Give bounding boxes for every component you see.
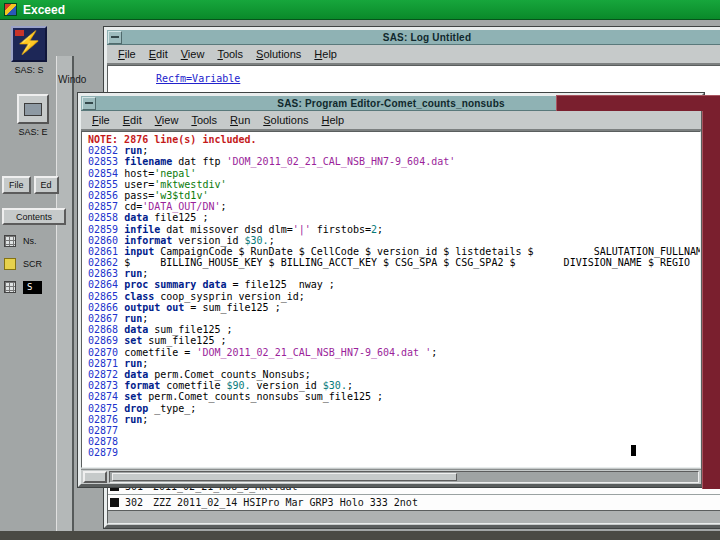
code-line: 02861 input CampaignCode $ RunDate $ Cel… xyxy=(88,246,700,257)
code-token: dat ftp xyxy=(172,156,226,167)
code-line: 02876 run; xyxy=(88,414,700,425)
background-window-edge[interactable] xyxy=(56,56,74,540)
code-token: run xyxy=(124,145,142,156)
background-maroon-window-edge[interactable] xyxy=(702,111,720,489)
editor-window-menu-icon[interactable] xyxy=(82,97,96,110)
left-panel-item[interactable]: Ns. xyxy=(4,234,42,248)
menu-file[interactable]: File xyxy=(118,48,136,60)
line-number: 02867 xyxy=(88,313,124,324)
menu-run[interactable]: Run xyxy=(230,114,250,126)
code-token: format xyxy=(124,380,160,391)
line-number: 02865 xyxy=(88,291,124,302)
code-line: 02879 xyxy=(88,447,700,458)
code-token: 'w3$td1v' xyxy=(154,190,208,201)
log-row: 302ZZZ 2011_02_14 HSIPro Mar GRP3 Holo 3… xyxy=(108,494,720,510)
left-panel-item[interactable]: S xyxy=(4,280,42,294)
menu-file[interactable]: File xyxy=(92,114,110,126)
menu-help[interactable]: Help xyxy=(314,48,337,60)
scrollbar-trough[interactable] xyxy=(109,471,699,483)
code-token: ; xyxy=(220,201,226,212)
exceed-titlebar[interactable]: Exceed xyxy=(0,0,720,20)
exceed-desktop: Windo ⚡ SAS: S SAS: E FileEd Contents Ns… xyxy=(0,20,720,540)
code-token: output out xyxy=(124,302,184,313)
code-token: run xyxy=(124,414,142,425)
code-token: set xyxy=(124,335,142,346)
sas-lightning-icon: ⚡ xyxy=(11,26,47,62)
line-number: 02875 xyxy=(88,403,124,414)
exceed-window: Exceed Windo ⚡ SAS: S SAS: E FileEd Cont… xyxy=(0,0,720,540)
code-token: 'nepal' xyxy=(154,168,196,179)
editor-code: NOTE: 2876 line(s) included.02852 run;02… xyxy=(82,132,700,458)
menu-view[interactable]: View xyxy=(181,48,205,60)
code-token: $ BILLING_HOUSE_KEY $ BILLING_ACCT_KEY $… xyxy=(124,257,690,268)
log-text: Recfm=Variable xyxy=(156,73,720,84)
menu-solutions[interactable]: Solutions xyxy=(256,48,301,60)
left-panel-button-file[interactable]: File xyxy=(2,176,31,194)
editor-code-area[interactable]: NOTE: 2876 line(s) included.02852 run;02… xyxy=(81,131,701,468)
code-line: 02871 run; xyxy=(88,358,700,369)
code-token: 'DOM_2011_02_21_CAL_NSB_HN7-9_604.dat' xyxy=(226,156,455,167)
code-token: '|' xyxy=(293,224,311,235)
background-maroon-window-titlebar[interactable] xyxy=(556,95,720,111)
minimized-sas-editor-icon[interactable]: SAS: E xyxy=(8,94,58,137)
menu-help[interactable]: Help xyxy=(322,114,345,126)
icon-label: SAS: E xyxy=(8,127,58,137)
line-number: 02854 xyxy=(88,168,124,179)
window-menu-dash-icon xyxy=(85,102,93,104)
log-menubar: FileEditViewToolsSolutionsHelp xyxy=(107,45,720,65)
code-line: 02867 run; xyxy=(88,313,700,324)
line-number: 02872 xyxy=(88,369,124,380)
editor-hscrollbar[interactable] xyxy=(81,469,701,484)
code-token: cometfile = xyxy=(124,347,196,358)
menu-edit[interactable]: Edit xyxy=(149,48,168,60)
line-number: 02863 xyxy=(88,268,124,279)
left-panel-item-label: Ns. xyxy=(23,236,37,246)
line-number: 02856 xyxy=(88,190,124,201)
grid-icon xyxy=(4,235,16,247)
contents-button[interactable]: Contents xyxy=(2,208,66,225)
code-token: run xyxy=(124,268,142,279)
menu-tools[interactable]: Tools xyxy=(217,48,243,60)
code-token: 'DATA_OUT/DN' xyxy=(142,201,220,212)
menu-tools[interactable]: Tools xyxy=(191,114,217,126)
minimized-sas-session-icon[interactable]: ⚡ SAS: S xyxy=(4,26,54,75)
code-line: 02872 data perm.Comet_counts_Nonsubs; xyxy=(88,369,700,380)
code-token: proc summary xyxy=(124,279,196,290)
left-panel-item-label: S xyxy=(23,281,42,294)
menu-solutions[interactable]: Solutions xyxy=(263,114,308,126)
code-token: infile xyxy=(124,224,160,235)
code-token: ; xyxy=(142,268,148,279)
grid-icon xyxy=(4,281,16,293)
left-panel-button-ed[interactable]: Ed xyxy=(34,176,59,194)
scrollbar-slider[interactable] xyxy=(112,473,457,481)
menu-view[interactable]: View xyxy=(155,114,179,126)
code-line: NOTE: 2876 line(s) included. xyxy=(88,134,700,145)
code-token: host= xyxy=(124,168,154,179)
log-title: SAS: Log Untitled xyxy=(107,32,720,43)
menu-edit[interactable]: Edit xyxy=(123,114,142,126)
icon-label: SAS: S xyxy=(4,65,54,75)
log-titlebar[interactable]: SAS: Log Untitled xyxy=(107,30,720,45)
code-token: data xyxy=(124,324,148,335)
code-line: 02870 cometfile = 'DOM_2011_02_21_CAL_NS… xyxy=(88,347,700,358)
code-token: version_id xyxy=(251,380,323,391)
window-menu-dash-icon xyxy=(111,36,119,38)
log-window-menu-icon[interactable] xyxy=(108,31,122,44)
left-panel-item[interactable]: SCR xyxy=(4,257,42,271)
row-number: 302 xyxy=(125,497,153,508)
code-token: run xyxy=(124,358,142,369)
code-line: 02875 drop _type_; xyxy=(88,403,700,414)
code-line: 02863 run; xyxy=(88,268,700,279)
code-line: 02857 cd='DATA_OUT/DN'; xyxy=(88,201,700,212)
code-token: sum_file125 ; xyxy=(148,324,232,335)
code-token: informat xyxy=(124,235,172,246)
scrollbar-left-box[interactable] xyxy=(83,471,107,483)
code-line: 02865 class coop_sysprin version_id; xyxy=(88,291,700,302)
code-token: sum_file125 ; xyxy=(142,335,226,346)
log-hscrollbar[interactable] xyxy=(108,510,720,523)
lightning-glyph: ⚡ xyxy=(15,30,42,55)
code-token: NOTE: 2876 line(s) included. xyxy=(88,134,257,145)
code-token: drop xyxy=(124,403,148,414)
exceed-title: Exceed xyxy=(23,3,65,17)
line-number: 02860 xyxy=(88,235,124,246)
